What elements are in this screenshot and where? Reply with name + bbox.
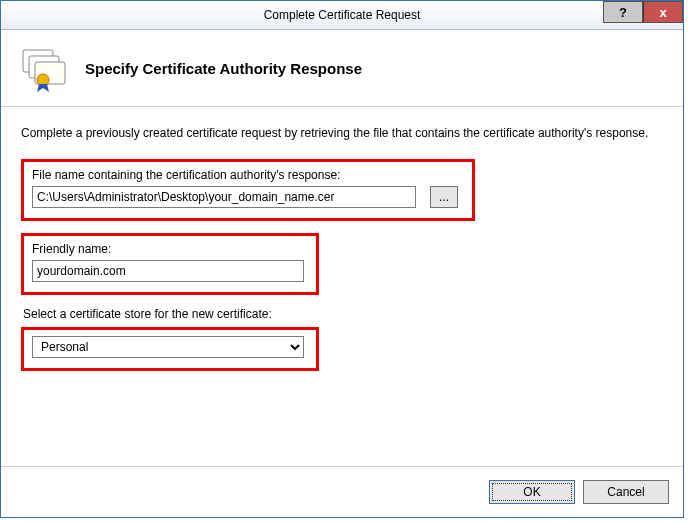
certstore-select-wrap: Personal: [32, 336, 304, 358]
certstore-label: Select a certificate store for the new c…: [23, 307, 663, 321]
filename-label: File name containing the certification a…: [32, 168, 464, 182]
dialog-content: Complete a previously created certificat…: [1, 107, 683, 466]
friendlyname-label: Friendly name:: [32, 242, 308, 256]
close-button[interactable]: x: [643, 1, 683, 23]
filename-input[interactable]: [32, 186, 416, 208]
intro-text: Complete a previously created certificat…: [21, 125, 663, 141]
certstore-group: Personal: [21, 327, 319, 371]
help-button[interactable]: ?: [603, 1, 643, 23]
friendlyname-group: Friendly name:: [21, 233, 319, 295]
certstore-select[interactable]: Personal: [32, 336, 304, 358]
dialog-footer: OK Cancel: [1, 466, 683, 517]
friendlyname-input[interactable]: [32, 260, 304, 282]
dialog-header: Specify Certificate Authority Response: [1, 30, 683, 100]
browse-button[interactable]: ...: [430, 186, 458, 208]
cancel-button[interactable]: Cancel: [583, 480, 669, 504]
certificate-icon: [19, 44, 67, 92]
ok-button[interactable]: OK: [489, 480, 575, 504]
filename-row: ...: [32, 186, 464, 208]
window-buttons: ? x: [603, 1, 683, 23]
title-bar: Complete Certificate Request ? x: [1, 1, 683, 30]
dialog-window: Complete Certificate Request ? x Specify…: [0, 0, 684, 518]
dialog-heading: Specify Certificate Authority Response: [85, 60, 362, 77]
window-title: Complete Certificate Request: [1, 8, 683, 22]
help-icon: ?: [619, 5, 627, 20]
filename-group: File name containing the certification a…: [21, 159, 475, 221]
close-icon: x: [659, 5, 666, 20]
